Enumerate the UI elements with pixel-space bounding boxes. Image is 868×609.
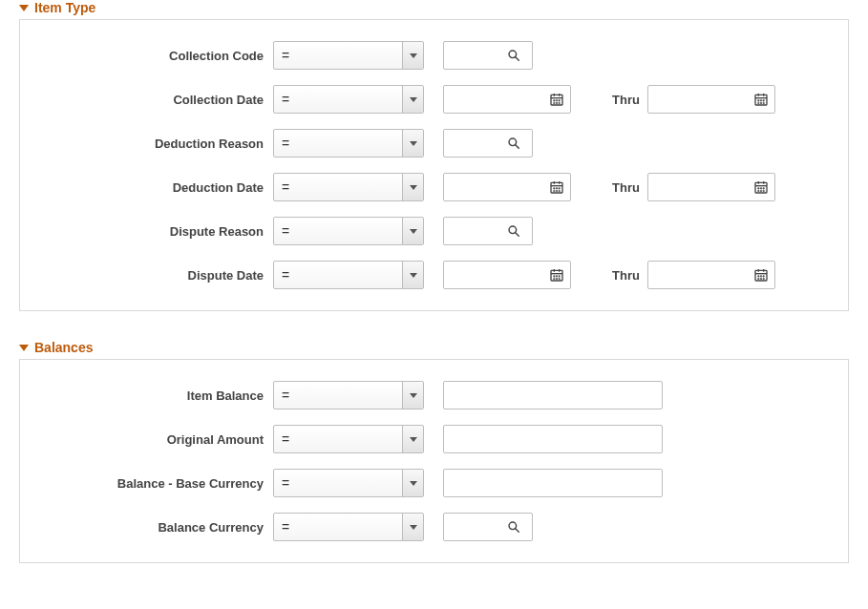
section-balances: Balances Item Balance = Original Amount … [19, 340, 849, 563]
lookup-balance-currency[interactable] [443, 513, 533, 541]
label-original-amount: Original Amount [30, 432, 273, 447]
operator-value: = [282, 519, 289, 535]
chevron-down-icon [402, 382, 423, 409]
row-balance-base-currency: Balance - Base Currency = [30, 461, 838, 505]
operator-dispute-date[interactable]: = [273, 261, 424, 289]
operator-collection-code[interactable]: = [273, 41, 424, 70]
operator-value: = [282, 92, 289, 107]
operator-item-balance[interactable]: = [273, 381, 424, 410]
row-dispute-reason: Dispute Reason = [30, 209, 838, 253]
label-dispute-reason: Dispute Reason [30, 224, 273, 239]
lookup-deduction-reason[interactable] [443, 129, 533, 158]
operator-original-amount[interactable]: = [273, 425, 424, 453]
label-collection-date: Collection Date [30, 93, 273, 107]
section-header-balances[interactable]: Balances [19, 340, 849, 355]
search-icon [507, 224, 520, 238]
operator-deduction-date[interactable]: = [273, 173, 424, 201]
calendar-icon [753, 179, 769, 195]
date-from-dispute-date[interactable] [443, 261, 571, 289]
thru-label: Thru [600, 93, 647, 107]
operator-value: = [282, 267, 289, 283]
operator-deduction-reason[interactable]: = [273, 129, 424, 158]
operator-value: = [282, 223, 289, 239]
label-collection-code: Collection Code [30, 49, 273, 63]
lookup-dispute-reason[interactable] [443, 217, 533, 245]
thru-label: Thru [600, 180, 647, 195]
row-item-balance: Item Balance = [30, 373, 838, 417]
section-body-item-type: Collection Code = Collection Date = Thru [19, 19, 849, 311]
chevron-down-icon [402, 470, 423, 496]
search-icon [507, 520, 520, 534]
lookup-collection-code[interactable] [443, 41, 533, 70]
date-from-collection-date[interactable] [443, 85, 571, 114]
label-deduction-reason: Deduction Reason [30, 136, 273, 151]
row-collection-code: Collection Code = [30, 33, 838, 77]
operator-value: = [282, 136, 289, 151]
input-balance-base-currency[interactable] [443, 469, 663, 497]
row-dispute-date: Dispute Date = Thru [30, 253, 838, 297]
chevron-down-icon [402, 174, 423, 200]
section-header-item-type[interactable]: Item Type [19, 0, 849, 15]
calendar-icon [549, 267, 564, 283]
row-original-amount: Original Amount = [30, 417, 838, 461]
search-icon [507, 49, 520, 62]
label-balance-base-currency: Balance - Base Currency [30, 476, 273, 491]
chevron-down-icon [402, 130, 423, 157]
date-thru-collection-date[interactable] [647, 85, 775, 114]
calendar-icon [753, 92, 769, 107]
operator-balance-base-currency[interactable]: = [273, 469, 424, 497]
operator-collection-date[interactable]: = [273, 85, 424, 114]
section-body-balances: Item Balance = Original Amount = Balance… [19, 359, 849, 563]
chevron-down-icon [402, 426, 423, 452]
operator-value: = [282, 431, 289, 447]
chevron-down-icon [402, 514, 423, 540]
operator-value: = [282, 475, 289, 491]
input-item-balance[interactable] [443, 381, 663, 410]
date-from-deduction-date[interactable] [443, 173, 571, 201]
thru-label: Thru [600, 268, 647, 283]
section-title: Balances [34, 340, 93, 355]
label-balance-currency: Balance Currency [30, 520, 273, 535]
operator-dispute-reason[interactable]: = [273, 217, 424, 245]
label-deduction-date: Deduction Date [30, 180, 273, 195]
chevron-down-icon [402, 86, 423, 113]
input-original-amount[interactable] [443, 425, 663, 453]
row-collection-date: Collection Date = Thru [30, 77, 838, 121]
date-thru-dispute-date[interactable] [647, 261, 775, 289]
date-thru-deduction-date[interactable] [647, 173, 775, 201]
operator-value: = [282, 179, 289, 195]
operator-balance-currency[interactable]: = [273, 513, 424, 541]
row-balance-currency: Balance Currency = [30, 505, 838, 549]
operator-value: = [282, 48, 289, 63]
search-icon [507, 136, 520, 150]
label-item-balance: Item Balance [30, 388, 273, 403]
calendar-icon [753, 267, 769, 283]
operator-value: = [282, 388, 289, 403]
chevron-down-icon [402, 218, 423, 244]
chevron-down-icon [402, 42, 423, 69]
chevron-down-icon [402, 262, 423, 288]
collapse-caret-icon [19, 5, 29, 11]
collapse-caret-icon [19, 345, 29, 351]
section-title: Item Type [34, 0, 95, 15]
calendar-icon [549, 179, 564, 195]
calendar-icon [549, 92, 564, 107]
section-item-type: Item Type Collection Code = Collection D… [19, 0, 849, 311]
row-deduction-date: Deduction Date = Thru [30, 165, 838, 209]
label-dispute-date: Dispute Date [30, 268, 273, 283]
row-deduction-reason: Deduction Reason = [30, 121, 838, 165]
